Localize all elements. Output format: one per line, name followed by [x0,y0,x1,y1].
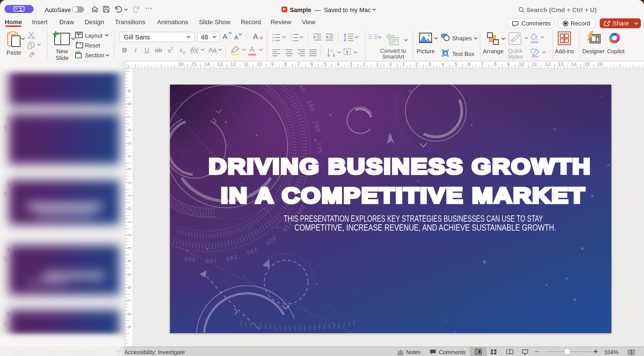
svg-text:P: P [283,7,286,12]
svg-text:A: A [330,48,334,54]
svg-text:2: 2 [290,36,292,39]
svg-text:170: 170 [316,142,322,154]
svg-text:250: 250 [205,257,217,264]
svg-text:3: 3 [290,39,292,41]
